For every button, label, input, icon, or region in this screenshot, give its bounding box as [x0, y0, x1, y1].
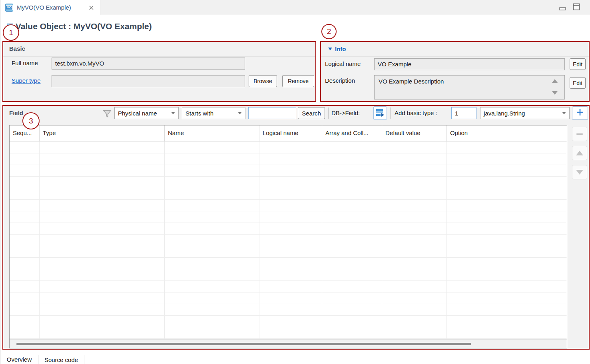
column-header-logical-name[interactable]: Logical name: [259, 125, 322, 141]
table-row[interactable]: [10, 153, 567, 165]
table-row[interactable]: [10, 223, 567, 235]
table-row[interactable]: [10, 258, 567, 269]
table-cell: [259, 200, 322, 211]
tab-source-code[interactable]: Source code: [38, 355, 84, 364]
table-cell: [447, 281, 567, 292]
collapse-triangle-icon: [328, 48, 332, 50]
minimize-icon[interactable]: [559, 5, 566, 9]
table-cell: [10, 327, 40, 338]
table-row[interactable]: [10, 177, 567, 188]
remove-row-button[interactable]: [572, 127, 587, 141]
browse-button[interactable]: Browse: [249, 75, 277, 87]
search-button[interactable]: Search: [298, 107, 325, 119]
tab-overview[interactable]: Overview: [0, 355, 38, 364]
table-row[interactable]: [10, 327, 567, 339]
table-row[interactable]: [10, 246, 567, 258]
table-cell: [165, 188, 259, 199]
table-cell: [165, 246, 259, 257]
horizontal-scrollbar-thumb[interactable]: [16, 343, 471, 345]
table-cell: [382, 165, 447, 176]
table-row[interactable]: [10, 211, 567, 223]
remove-button[interactable]: Remove: [282, 75, 314, 87]
scroll-down-icon[interactable]: [552, 91, 558, 95]
edit-description-button[interactable]: Edit: [570, 77, 586, 89]
table-cell: [322, 281, 382, 292]
plus-icon: [576, 109, 584, 117]
table-row[interactable]: [10, 281, 567, 292]
add-count-input[interactable]: [451, 107, 476, 119]
table-cell: [447, 269, 567, 280]
table-cell: [447, 304, 567, 315]
table-cell: [382, 200, 447, 211]
divider: [3, 56, 315, 57]
table-cell: [259, 304, 322, 315]
search-input[interactable]: [248, 107, 296, 119]
table-cell: [447, 258, 567, 269]
editor-tab-myvo[interactable]: VO MyVO(VO Example): [0, 0, 100, 15]
table-cell: [322, 188, 382, 199]
chevron-down-icon: [171, 112, 175, 114]
column-header-name[interactable]: Name: [165, 125, 259, 141]
search-column-select[interactable]: Physical name: [114, 107, 179, 119]
table-cell: [382, 269, 447, 280]
full-name-field[interactable]: test.bxm.vo.MyVO: [52, 58, 245, 70]
description-field[interactable]: VO Example Description: [374, 75, 565, 99]
table-row[interactable]: [10, 235, 567, 246]
table-cell: [447, 223, 567, 234]
scroll-up-icon[interactable]: [552, 79, 558, 83]
table-cell: [40, 177, 165, 188]
edit-logical-name-button[interactable]: Edit: [570, 58, 586, 70]
annotation-circle-2: 2: [321, 24, 337, 39]
super-type-link[interactable]: Super type: [12, 77, 41, 84]
move-row-up-button[interactable]: [572, 146, 587, 160]
logical-name-field[interactable]: VO Example: [374, 58, 565, 70]
horizontal-scrollbar[interactable]: [10, 339, 567, 348]
table-cell: [447, 327, 567, 338]
column-header-array-collection[interactable]: Array and Coll...: [322, 125, 382, 141]
field-section: Field Physical name Starts with Search D…: [2, 105, 590, 350]
table-row[interactable]: [10, 142, 567, 153]
table-cell: [382, 281, 447, 292]
table-row[interactable]: [10, 269, 567, 281]
table-row[interactable]: [10, 304, 567, 316]
table-cell: [40, 235, 165, 246]
table-row[interactable]: [10, 200, 567, 211]
filter-icon: [102, 109, 112, 119]
column-header-option[interactable]: Option: [447, 125, 567, 141]
move-row-down-button[interactable]: [572, 165, 587, 179]
close-icon[interactable]: [88, 5, 94, 11]
table-row[interactable]: [10, 188, 567, 200]
table-cell: [447, 177, 567, 188]
table-row[interactable]: [10, 165, 567, 177]
column-header-default-value[interactable]: Default value: [382, 125, 447, 141]
vo-file-icon: VO: [5, 4, 13, 12]
table-row[interactable]: [10, 292, 567, 304]
table-cell: [259, 223, 322, 234]
table-cell: [259, 177, 322, 188]
table-cell: [447, 246, 567, 257]
info-section-header[interactable]: Info: [328, 46, 346, 52]
basic-section-header: Basic: [9, 45, 25, 52]
add-basic-type-label: Add basic type :: [395, 109, 437, 116]
table-cell: [10, 246, 40, 257]
table-cell: [165, 269, 259, 280]
column-header-type[interactable]: Type: [40, 125, 165, 141]
editor-tabbar: VO MyVO(VO Example): [0, 0, 590, 15]
search-match-select[interactable]: Starts with: [182, 107, 245, 119]
table-cell: [447, 292, 567, 304]
table-row[interactable]: [10, 316, 567, 327]
maximize-icon[interactable]: [573, 3, 580, 11]
table-cell: [40, 246, 165, 257]
table-cell: [40, 258, 165, 269]
db-to-field-button[interactable]: [373, 106, 387, 120]
add-field-button[interactable]: [572, 106, 588, 120]
table-cell: [322, 153, 382, 165]
add-type-select[interactable]: java.lang.String: [480, 107, 570, 119]
arrow-down-icon: [576, 170, 583, 175]
chevron-down-icon: [238, 112, 242, 114]
super-type-field[interactable]: [52, 75, 245, 87]
arrow-up-icon: [576, 151, 583, 155]
table-cell: [447, 142, 567, 153]
table-cell: [259, 165, 322, 176]
description-label: Description: [325, 77, 355, 84]
